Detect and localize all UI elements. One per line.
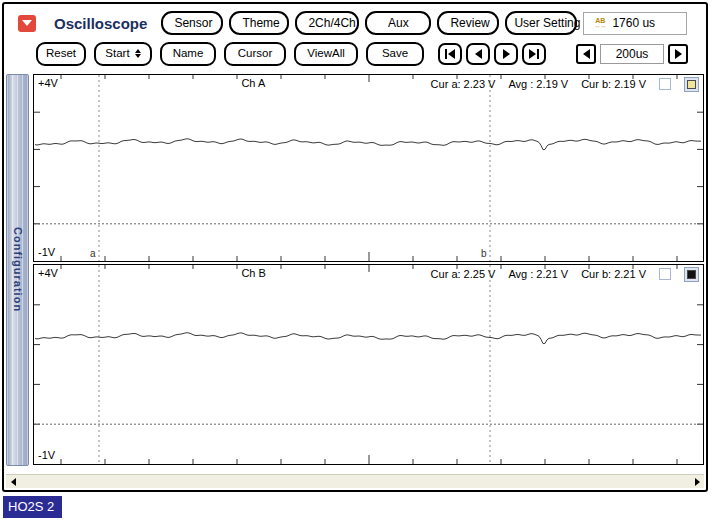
channel-b-color-swatch [687, 270, 696, 279]
step-forward-button[interactable] [494, 43, 518, 65]
status-badge: HO2S 2 [3, 496, 62, 518]
channel-a-cursor-b-value: Cur b: 2.19 V [581, 78, 646, 90]
channel-a-title: Ch A [241, 77, 265, 89]
viewall-button[interactable]: ViewAll [294, 42, 358, 66]
user-setting-button[interactable]: User Setting [505, 11, 577, 35]
channel-a-panel: ab +4V Ch A Cur a: 2.23 V Avg : 2.19 V C… [33, 74, 704, 262]
channel-b-cursor-b-value: Cur b: 2.21 V [581, 268, 646, 280]
review-button[interactable]: Review [437, 11, 499, 35]
app-title: Oscilloscope [54, 15, 147, 32]
skip-to-start-button[interactable] [438, 43, 462, 65]
channel-b-waveform[interactable] [34, 265, 703, 464]
start-button[interactable]: Start [94, 42, 152, 66]
scroll-left-button[interactable] [6, 475, 20, 488]
start-spinner-icon [135, 49, 141, 58]
scroll-right-button[interactable] [690, 475, 704, 488]
horizontal-scrollbar[interactable] [6, 474, 704, 488]
channel-b-cursor-a-value: Cur a: 2.25 V [431, 268, 496, 280]
channel-a-readouts: Cur a: 2.23 V Avg : 2.19 V Cur b: 2.19 V [431, 77, 699, 92]
reset-button[interactable]: Reset [36, 42, 86, 66]
channel-b-color-select[interactable] [684, 267, 699, 282]
channel-a-bottom-voltage: -1V [38, 246, 55, 258]
timescale-selector: 200us [576, 44, 688, 64]
channel-a-top-voltage: +4V [38, 77, 58, 89]
aux-button[interactable]: Aux [365, 11, 431, 35]
channel-mode-button[interactable]: 2Ch/4Ch [295, 11, 359, 35]
sidebar-label: Configuration [12, 227, 24, 312]
name-button[interactable]: Name [160, 42, 216, 66]
app-window: Oscilloscope Sensor Theme 2Ch/4Ch Aux Re… [2, 2, 708, 492]
step-back-button[interactable] [466, 43, 490, 65]
channel-a-avg-value: Avg : 2.19 V [508, 78, 568, 90]
playback-controls [438, 43, 546, 65]
theme-button[interactable]: Theme [229, 11, 289, 35]
save-button[interactable]: Save [366, 42, 424, 66]
channel-a-checkbox[interactable] [659, 78, 671, 90]
ab-cursors-icon: AB ↔↔ [594, 17, 606, 29]
channel-b-readouts: Cur a: 2.25 V Avg : 2.21 V Cur b: 2.21 V [431, 267, 699, 282]
channel-b-top-voltage: +4V [38, 267, 58, 279]
channel-b-title: Ch B [241, 267, 265, 279]
skip-to-end-button[interactable] [522, 43, 546, 65]
channel-b-avg-value: Avg : 2.21 V [508, 268, 568, 280]
main-area: Configuration ab +4V Ch A Cur a: 2.23 V … [4, 73, 706, 466]
channel-b-bottom-voltage: -1V [38, 449, 55, 461]
cursor-delta-value: 1760 us [612, 16, 655, 30]
channel-a-cursor-a-value: Cur a: 2.23 V [431, 78, 496, 90]
svg-text:b: b [481, 248, 487, 259]
chevron-down-icon [22, 20, 32, 26]
timescale-decrease-button[interactable] [576, 44, 596, 64]
channel-a-color-select[interactable] [684, 77, 699, 92]
app-menu-icon[interactable] [18, 15, 36, 32]
plot-column: ab +4V Ch A Cur a: 2.23 V Avg : 2.19 V C… [33, 74, 704, 466]
channel-a-color-swatch [687, 80, 696, 89]
cursor-delta-display: AB ↔↔ 1760 us [583, 12, 687, 35]
configuration-sidebar[interactable]: Configuration [6, 74, 29, 466]
timescale-value[interactable]: 200us [600, 44, 664, 64]
timescale-increase-button[interactable] [668, 44, 688, 64]
cursor-button[interactable]: Cursor [224, 42, 286, 66]
toolbar-second: Reset Start Name Cursor ViewAll Save 200… [4, 38, 706, 73]
toolbar-top: Oscilloscope Sensor Theme 2Ch/4Ch Aux Re… [4, 4, 706, 38]
channel-b-checkbox[interactable] [659, 268, 671, 280]
channel-b-panel: +4V Ch B Cur a: 2.25 V Avg : 2.21 V Cur … [33, 264, 704, 465]
sensor-button[interactable]: Sensor [161, 11, 223, 35]
channel-a-waveform[interactable]: ab [34, 75, 703, 261]
svg-text:a: a [90, 248, 96, 259]
